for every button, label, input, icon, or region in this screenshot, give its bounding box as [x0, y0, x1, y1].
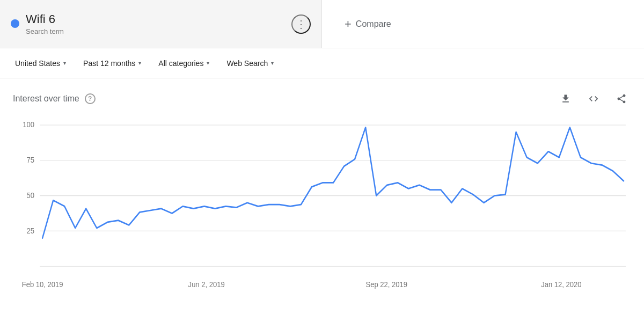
- search-term-type: Search term: [26, 27, 64, 35]
- more-options-button[interactable]: ⋮: [291, 14, 311, 34]
- compare-plus-icon: +: [345, 18, 352, 30]
- svg-text:50: 50: [27, 191, 35, 200]
- svg-text:75: 75: [27, 156, 35, 165]
- compare-button[interactable]: + Compare: [338, 14, 398, 34]
- chart-header: Interest over time ?: [13, 89, 631, 108]
- search-type-label: Web Search: [226, 59, 268, 68]
- search-type-filter[interactable]: Web Search ▾: [220, 55, 280, 72]
- help-icon[interactable]: ?: [85, 93, 96, 104]
- search-term-info: Wifi 6 Search term: [26, 12, 64, 35]
- embed-button[interactable]: [584, 89, 603, 108]
- search-term-dot: [11, 19, 19, 28]
- search-term-section: Wifi 6 Search term ⋮: [0, 0, 322, 48]
- svg-text:Feb 10, 2019: Feb 10, 2019: [22, 280, 63, 289]
- filters-bar: United States ▾ Past 12 months ▾ All cat…: [0, 48, 644, 78]
- share-icon: [616, 93, 627, 104]
- category-filter-label: All categories: [158, 59, 203, 68]
- time-chevron-icon: ▾: [138, 60, 141, 66]
- chart-container: 100 75 50 25 Feb 10, 2019 Jun 2, 2019 Se…: [13, 119, 631, 303]
- svg-text:Sep 22, 2019: Sep 22, 2019: [366, 280, 407, 289]
- compare-section: + Compare: [322, 0, 644, 48]
- trend-chart: 100 75 50 25 Feb 10, 2019 Jun 2, 2019 Se…: [13, 119, 631, 302]
- header-bar: Wifi 6 Search term ⋮ + Compare: [0, 0, 644, 48]
- category-filter[interactable]: All categories ▾: [152, 55, 216, 72]
- region-chevron-icon: ▾: [63, 60, 66, 66]
- time-filter-label: Past 12 months: [83, 59, 135, 68]
- category-chevron-icon: ▾: [207, 60, 209, 66]
- compare-label: Compare: [356, 19, 391, 29]
- search-term-left: Wifi 6 Search term: [11, 12, 64, 35]
- chart-title-area: Interest over time ?: [13, 93, 96, 104]
- search-term-name: Wifi 6: [26, 12, 64, 26]
- svg-text:100: 100: [23, 121, 34, 129]
- chart-actions: [556, 89, 631, 108]
- chart-section: Interest over time ?: [0, 78, 644, 309]
- svg-text:Jan 12, 2020: Jan 12, 2020: [541, 280, 582, 289]
- download-icon: [560, 93, 571, 104]
- embed-icon: [588, 93, 599, 104]
- share-button[interactable]: [612, 89, 631, 108]
- svg-text:Jun 2, 2019: Jun 2, 2019: [188, 280, 225, 289]
- region-filter[interactable]: United States ▾: [9, 55, 72, 72]
- search-type-chevron-icon: ▾: [271, 60, 274, 66]
- svg-text:25: 25: [27, 226, 35, 235]
- time-filter[interactable]: Past 12 months ▾: [77, 55, 148, 72]
- download-button[interactable]: [556, 89, 575, 108]
- trend-line: [42, 127, 624, 238]
- region-filter-label: United States: [15, 59, 60, 68]
- chart-title: Interest over time: [13, 94, 79, 104]
